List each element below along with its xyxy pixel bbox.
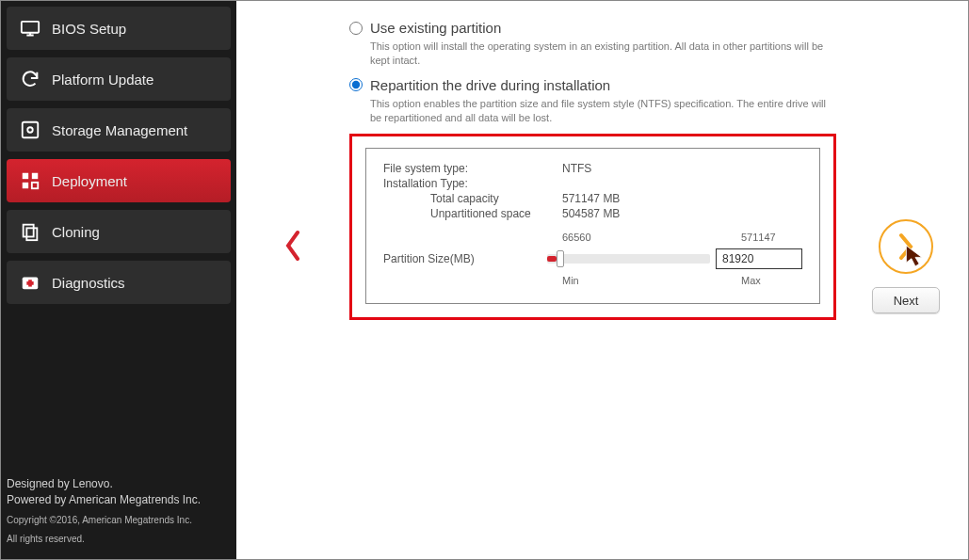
footer-rights: All rights reserved.	[7, 533, 231, 546]
install-type-label: Installation Type:	[383, 177, 562, 190]
radio-desc: This option will install the operating s…	[370, 40, 836, 68]
radio-label: Repartition the drive during installatio…	[370, 77, 610, 93]
radio-label: Use existing partition	[370, 20, 501, 36]
slider-fill	[547, 256, 557, 262]
sidebar-item-deployment[interactable]: Deployment	[7, 159, 231, 202]
sidebar-item-storage-management[interactable]: Storage Management	[7, 108, 231, 152]
cursor-icon	[905, 242, 926, 270]
svg-rect-1	[23, 122, 39, 138]
refresh-icon	[20, 71, 40, 88]
partition-settings-box: File system type: NTFS Installation Type…	[365, 148, 820, 304]
total-capacity-label: Total capacity	[383, 192, 562, 205]
svg-rect-8	[26, 228, 37, 240]
sidebar: BIOS Setup Platform Update Storage Manag…	[1, 1, 236, 559]
sidebar-item-bios-setup[interactable]: BIOS Setup	[7, 7, 231, 50]
svg-rect-3	[23, 173, 28, 179]
slider-min-label: Min	[562, 275, 741, 286]
grid-icon	[20, 172, 40, 189]
partition-size-input[interactable]	[716, 248, 802, 269]
footer-copyright: Copyright ©2016, American Megatrends Inc…	[7, 514, 231, 527]
partition-settings-highlight: File system type: NTFS Installation Type…	[349, 134, 836, 320]
disk-icon	[20, 121, 40, 138]
app-window: BIOS Setup Platform Update Storage Manag…	[0, 0, 969, 560]
sidebar-item-label: Diagnostics	[52, 275, 125, 291]
prev-button[interactable]	[280, 227, 308, 264]
footer-line: Designed by Lenovo.	[7, 476, 231, 492]
radio-input-repartition[interactable]	[349, 78, 363, 91]
unpartitioned-value: 504587 MB	[562, 207, 694, 220]
radio-repartition[interactable]: Repartition the drive during installatio…	[349, 77, 836, 93]
partition-mode-group: Use existing partition This option will …	[349, 20, 836, 124]
unpartitioned-label: Unpartitioned space	[383, 207, 562, 220]
copy-icon	[20, 223, 40, 240]
nav-right-group: Next	[872, 219, 940, 313]
sidebar-item-label: Platform Update	[52, 72, 153, 88]
svg-rect-5	[23, 183, 28, 188]
sidebar-item-label: Deployment	[52, 173, 127, 189]
medkit-icon	[20, 274, 40, 291]
content-area: Use existing partition This option will …	[331, 1, 855, 544]
slider-max-label: Max	[741, 275, 802, 286]
svg-rect-11	[26, 281, 33, 285]
radio-use-existing[interactable]: Use existing partition	[349, 20, 836, 36]
forward-circle-button[interactable]	[879, 219, 933, 274]
sidebar-item-label: Storage Management	[52, 122, 187, 138]
main-panel: Use existing partition This option will …	[236, 1, 968, 559]
sidebar-item-label: BIOS Setup	[52, 21, 126, 37]
partition-size-label: Partition Size(MB)	[383, 252, 547, 265]
radio-desc: This option enables the partition size a…	[370, 97, 836, 125]
sidebar-item-label: Cloning	[52, 224, 100, 240]
slider-min-value: 66560	[562, 232, 741, 243]
sidebar-menu: BIOS Setup Platform Update Storage Manag…	[7, 7, 231, 476]
footer: Designed by Lenovo. Powered by American …	[7, 476, 231, 546]
next-button[interactable]: Next	[872, 287, 940, 313]
radio-input-existing[interactable]	[349, 22, 363, 35]
sidebar-item-cloning[interactable]: Cloning	[7, 210, 231, 253]
fs-type-label: File system type:	[383, 162, 562, 175]
monitor-icon	[20, 20, 40, 37]
sidebar-item-diagnostics[interactable]: Diagnostics	[7, 261, 231, 304]
partition-size-slider[interactable]	[547, 254, 711, 264]
svg-rect-7	[24, 225, 34, 237]
footer-line: Powered by American Megatrends Inc.	[7, 492, 231, 508]
slider-max-value: 571147	[741, 232, 802, 243]
total-capacity-value: 571147 MB	[562, 192, 694, 205]
fs-type-value: NTFS	[562, 162, 694, 175]
slider-thumb[interactable]	[557, 250, 564, 267]
svg-rect-0	[22, 22, 39, 33]
svg-point-2	[27, 127, 33, 133]
svg-rect-6	[32, 183, 38, 188]
svg-rect-4	[32, 173, 38, 179]
sidebar-item-platform-update[interactable]: Platform Update	[7, 57, 231, 101]
